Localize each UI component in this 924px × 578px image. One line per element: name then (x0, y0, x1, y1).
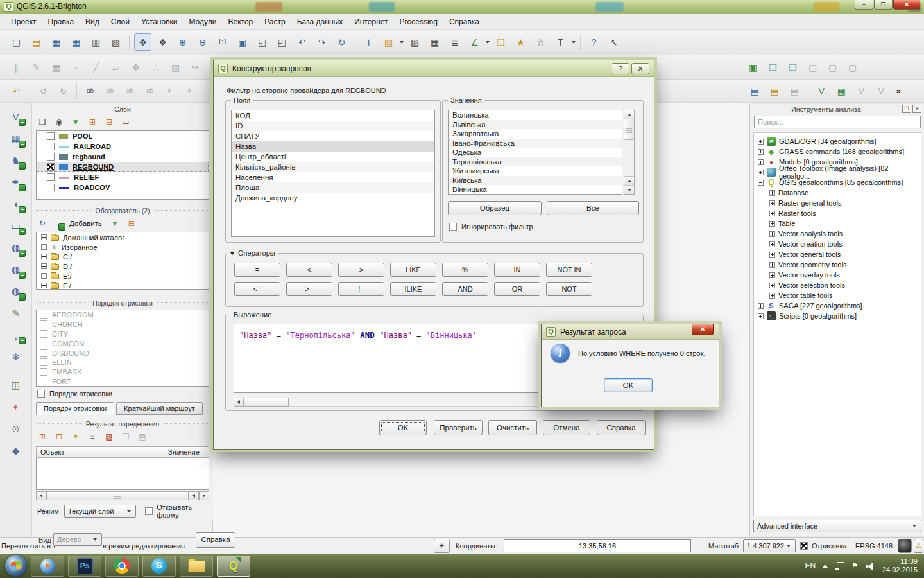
op-ge-button[interactable]: >= (286, 282, 332, 296)
dropdown-caret-icon[interactable] (400, 41, 404, 44)
layers-panel-title[interactable]: Слои (32, 104, 213, 114)
toolbox-item-vector-geometry[interactable]: Vector geometry tools (755, 259, 920, 270)
expand-icon[interactable] (769, 241, 775, 247)
dropdown-caret-icon[interactable] (486, 41, 490, 44)
menu-edit[interactable]: Правка (42, 15, 80, 28)
add-feature-line-icon[interactable]: ╱ (87, 58, 105, 76)
toolbox-item-vector-analysis[interactable]: Vector analysis tools (755, 229, 920, 239)
order-row[interactable]: ELLIN (37, 358, 209, 367)
menu-plugins[interactable]: Модули (183, 15, 222, 28)
values-scrollbar[interactable] (624, 110, 635, 195)
toolbox-item-scripts[interactable]: >_Scripts [0 geoalgorithms] (755, 311, 920, 321)
plugin-icon-1[interactable]: ▣ (744, 58, 762, 76)
expand-icon[interactable] (769, 221, 775, 227)
browser-item-drive-e[interactable]: E:/ (37, 271, 209, 281)
grass-new-raster-icon[interactable]: ▦ (833, 82, 850, 100)
toolbox-item-raster-tools[interactable]: Raster tools (755, 208, 920, 218)
test-button[interactable]: Проверить (434, 420, 483, 435)
cancel-button[interactable]: Отмена (543, 420, 590, 435)
close-icon[interactable]: ✕ (692, 324, 714, 335)
plugin-icon-4[interactable]: ▢ (804, 58, 821, 76)
scroll-track[interactable] (624, 140, 634, 176)
expand-icon[interactable] (41, 263, 47, 269)
field-row[interactable]: Населення (232, 172, 434, 182)
undo-icon[interactable]: ↶ (8, 82, 25, 100)
expand-icon[interactable] (769, 262, 775, 268)
expand-icon[interactable] (758, 159, 764, 165)
tab-layer-order[interactable]: Порядок отрисовки (36, 402, 114, 415)
form-view-icon[interactable]: ≡ (86, 430, 99, 443)
dialog-close-icon[interactable]: ✕ (631, 63, 649, 74)
browser-item-drive-f[interactable]: F:/ (37, 281, 209, 290)
op-in-button[interactable]: IN (494, 263, 540, 277)
field-row[interactable]: Довжина_кордону (232, 193, 434, 203)
layer-order-title[interactable]: Порядок отрисовки (32, 298, 213, 308)
scroll-left-icon[interactable] (234, 398, 244, 407)
ok-button[interactable]: OK (379, 420, 427, 435)
value-row[interactable]: Івано-Франківська (449, 139, 622, 148)
sample-button[interactable]: Образец (448, 201, 542, 215)
copy-feature-icon[interactable]: ❐ (119, 430, 132, 443)
tab-shortest-route[interactable]: Кратчайший маршрут (116, 402, 203, 415)
query-dialog-titlebar[interactable]: Q Конструктор запросов ? ✕ (214, 60, 654, 77)
expand-icon[interactable] (769, 272, 775, 278)
column-object[interactable]: Объект (36, 446, 164, 458)
value-row[interactable]: Житомирська (449, 166, 622, 176)
filter-legend-icon[interactable]: ▼ (69, 116, 82, 128)
expand-icon[interactable] (41, 244, 47, 250)
op-eq-button[interactable]: = (234, 263, 280, 277)
order-row[interactable]: CHURCH (37, 320, 209, 329)
plugin-icon-3[interactable]: ❐ (784, 58, 801, 76)
field-row-selected[interactable]: Назва (232, 141, 434, 152)
maximize-button[interactable]: ❐ (874, 0, 893, 10)
order-checkbox[interactable] (40, 311, 47, 319)
close-button[interactable]: ✕ (893, 0, 920, 10)
text-annotation-icon[interactable]: T (552, 33, 569, 51)
start-button[interactable] (5, 555, 27, 577)
taskbar-explorer[interactable] (180, 556, 213, 577)
layer-checkbox[interactable] (47, 173, 55, 181)
open-attribute-table-icon[interactable]: ▦ (426, 33, 443, 51)
ignore-filter-checkbox[interactable] (449, 223, 457, 231)
menu-view[interactable]: Вид (80, 15, 105, 28)
zoom-native-icon[interactable]: 1:1 (214, 33, 231, 51)
deselect-features-icon[interactable]: ▨ (406, 33, 424, 51)
layer-row-regbound[interactable]: REGBOUND (37, 162, 209, 172)
add-mssql-layer-icon[interactable]: ◖ (6, 195, 26, 213)
add-delimited-text-layer-icon[interactable]: , (6, 326, 26, 344)
browser-item-drive-d[interactable]: D:/ (37, 261, 209, 271)
identify-table-body[interactable] (36, 458, 209, 490)
help-contents-icon[interactable]: ? (585, 33, 603, 51)
menu-processing[interactable]: Processing (394, 15, 443, 28)
grass-close-mapset-icon[interactable]: ▤ (786, 82, 803, 100)
zoom-last-icon[interactable]: ↶ (293, 33, 311, 51)
toolbox-title[interactable]: Инструменты анализа (750, 104, 924, 114)
expand-new-results-icon[interactable]: ✶ (69, 430, 82, 443)
value-row[interactable]: Київська (449, 176, 622, 186)
clear-button[interactable]: Очистить (488, 420, 537, 435)
value-row[interactable]: Волинська (449, 110, 622, 120)
toolbox-item-orfeo[interactable]: Orfeo Toolbox (Image analysis) [82 geoal… (755, 167, 920, 177)
pan-map-icon[interactable]: ✥ (134, 33, 151, 51)
plugin-icon-5[interactable]: ▢ (824, 58, 841, 76)
label-tool-icon[interactable]: ab (81, 82, 99, 100)
op-like-button[interactable]: LIKE (390, 263, 436, 277)
scroll-left-icon[interactable] (189, 491, 199, 500)
expand-icon[interactable] (41, 234, 47, 240)
help-button[interactable]: Справка (597, 420, 646, 435)
pin-labels-icon[interactable]: ⌖ (161, 82, 178, 100)
coordinates-input[interactable] (504, 539, 691, 552)
scale-combo[interactable]: 1:4 307 922 (743, 539, 796, 552)
collapse-all-icon[interactable]: ⊟ (53, 430, 65, 443)
whats-this-icon[interactable]: ↖ (605, 33, 622, 51)
value-row[interactable]: Одеська (449, 148, 622, 157)
add-oracle-layer-icon[interactable]: ▭ (6, 217, 26, 234)
render-checkbox[interactable] (800, 542, 808, 550)
taskbar-qgis[interactable]: Q (217, 556, 250, 577)
field-row[interactable]: КОД (232, 110, 434, 121)
expand-all-icon[interactable]: ⊞ (86, 116, 99, 128)
order-row[interactable]: DISBOUND (37, 348, 209, 358)
grass-edit-vector-icon[interactable]: V (853, 82, 870, 100)
collapse-all-icon[interactable]: ⊟ (125, 217, 138, 230)
toolbox-item-vector-general[interactable]: Vector general tools (755, 249, 920, 259)
